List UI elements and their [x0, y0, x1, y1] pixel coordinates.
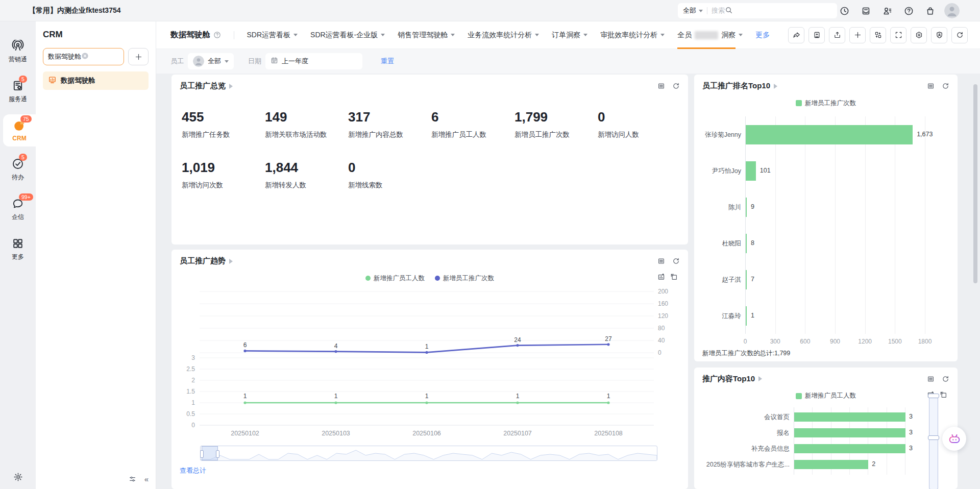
chart-datazoom-slider[interactable]	[200, 446, 657, 461]
legend-label: 新增推广员工人数	[374, 274, 425, 283]
add-dashboard-button[interactable]	[128, 48, 149, 65]
dashboard-search-input[interactable]: 数据驾驶舱	[43, 48, 124, 65]
history-icon[interactable]	[840, 6, 849, 16]
expand-arrow-icon[interactable]	[229, 84, 233, 89]
tab-1[interactable]: SDR运营看板-企业版	[310, 21, 385, 49]
tab-4[interactable]: 订单洞察	[552, 21, 587, 49]
bag-icon[interactable]	[925, 6, 935, 16]
stat-label: 新增转发人数	[265, 181, 348, 190]
bar[interactable]	[746, 270, 747, 289]
restore-icon[interactable]	[940, 391, 947, 399]
page-scrollbar[interactable]	[973, 84, 977, 283]
forward-icon	[793, 31, 800, 39]
shield-button[interactable]	[931, 27, 947, 43]
forward-button[interactable]	[788, 27, 804, 43]
bar[interactable]	[794, 428, 905, 437]
sidebar-item-dashboard[interactable]: 数据驾驶舱	[43, 71, 149, 90]
list-icon[interactable]	[927, 82, 935, 90]
date-filter-input[interactable]: 上一年度	[265, 53, 362, 69]
settings-gear-button[interactable]	[0, 472, 36, 482]
ai-assistant-button[interactable]	[942, 427, 966, 451]
bar[interactable]	[794, 444, 905, 453]
tab-3[interactable]: 业务流效率统计分析	[468, 21, 539, 49]
refresh-icon[interactable]	[942, 82, 949, 90]
add-chart-icon[interactable]	[657, 273, 665, 281]
rail-item-service[interactable]: 5服务通	[0, 75, 36, 108]
bar-value-label: 8	[751, 239, 754, 247]
chart-vertical-zoom-slider[interactable]	[929, 395, 938, 489]
more-tabs-link[interactable]: 更多	[755, 31, 770, 40]
tab-2[interactable]: 销售管理驾驶舱	[398, 21, 455, 49]
rail-item-pie[interactable]: 75CRM	[3, 114, 36, 146]
rail-item-broadcast[interactable]: 营销通	[0, 35, 36, 68]
svg-text:4: 4	[334, 343, 338, 350]
export-button[interactable]	[829, 27, 845, 43]
tab-active-redacted[interactable]: 全员洞察	[677, 21, 743, 49]
list-icon[interactable]	[927, 375, 935, 383]
refresh-icon[interactable]	[942, 375, 949, 383]
bar[interactable]	[746, 234, 747, 253]
bar[interactable]	[746, 125, 913, 144]
avatar-icon	[944, 3, 960, 18]
tab-5[interactable]: 审批效率统计分析	[600, 21, 665, 49]
expand-arrow-icon[interactable]	[774, 84, 777, 89]
avatar[interactable]	[944, 3, 960, 18]
bar[interactable]	[794, 460, 868, 469]
collapse-panel-icon[interactable]: «	[144, 475, 149, 483]
datazoom-window[interactable]	[202, 446, 218, 460]
swap-button[interactable]	[870, 27, 886, 43]
hex-gear-button[interactable]	[911, 27, 927, 43]
legend-item[interactable]: 新增员工推广次数	[796, 99, 856, 108]
help-icon[interactable]	[213, 31, 221, 39]
expand-arrow-icon[interactable]	[229, 259, 233, 264]
reset-filters-link[interactable]: 重置	[381, 57, 394, 66]
datazoom-handle-right[interactable]	[216, 450, 219, 458]
svg-text:1: 1	[191, 399, 195, 406]
svg-text:1: 1	[607, 393, 610, 400]
refresh-button[interactable]	[951, 27, 968, 43]
rail-item-grid[interactable]: 更多	[0, 232, 36, 266]
plus-button[interactable]	[849, 27, 866, 43]
calendar-icon	[271, 57, 278, 64]
employee-filter-select[interactable]: 全部	[188, 53, 234, 69]
help-icon[interactable]	[213, 31, 221, 39]
legend-item[interactable]: 新增员工推广次数	[435, 274, 494, 283]
fullscreen-button[interactable]	[890, 27, 906, 43]
panel-settings-icon[interactable]	[129, 475, 136, 483]
divider	[707, 7, 707, 14]
bar[interactable]	[746, 161, 756, 181]
rail-item-chat[interactable]: 99+企信	[0, 192, 36, 226]
refresh-icon[interactable]	[672, 257, 680, 265]
bookmark-add-button[interactable]	[808, 27, 825, 43]
search-icon[interactable]	[725, 6, 733, 14]
view-total-link[interactable]: 查看总计	[180, 466, 206, 475]
inbox-icon[interactable]	[861, 6, 871, 16]
clear-icon[interactable]	[81, 52, 89, 60]
stat-item: 0新增访问人数	[598, 109, 681, 139]
search-placeholder[interactable]: 搜索	[712, 6, 725, 15]
bar[interactable]	[794, 412, 905, 422]
tab-0[interactable]: SDR运营看板	[247, 21, 298, 49]
legend-item[interactable]: 新增推广员工人数	[365, 274, 425, 283]
global-search[interactable]: 全部 搜索	[678, 3, 837, 18]
search-scope-select[interactable]: 全部	[683, 6, 696, 15]
rail-item-label: 企信	[12, 213, 24, 222]
expand-arrow-icon[interactable]	[758, 376, 762, 381]
datazoom-handle-left[interactable]	[200, 450, 204, 458]
restore-icon[interactable]	[670, 273, 678, 281]
sliders-icon[interactable]	[129, 475, 136, 483]
chevron-down-icon	[739, 34, 743, 36]
help-icon[interactable]	[904, 6, 914, 16]
svg-text:1: 1	[425, 393, 429, 400]
contacts-icon[interactable]	[883, 6, 892, 16]
refresh-icon[interactable]	[672, 82, 680, 90]
rail-item-todo-check[interactable]: 5待办	[0, 153, 36, 186]
bar-value-label: 1	[751, 312, 754, 319]
legend-item[interactable]: 新增推广员工人数	[796, 392, 856, 400]
list-icon[interactable]	[657, 82, 665, 90]
bar[interactable]	[746, 306, 747, 326]
list-icon[interactable]	[657, 257, 665, 265]
gear-icon[interactable]	[13, 472, 23, 482]
plus-icon	[854, 31, 862, 39]
bar[interactable]	[746, 198, 747, 217]
